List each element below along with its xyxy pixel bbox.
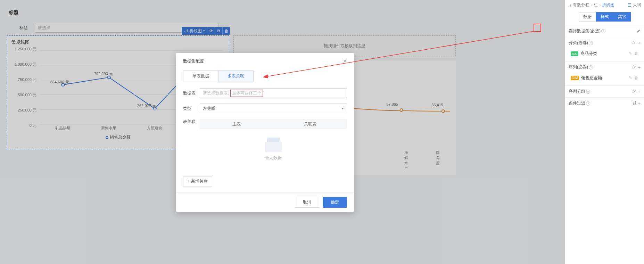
help-icon[interactable]: ?: [601, 29, 605, 33]
placeholder-limit: 最多可选择三个: [230, 90, 263, 97]
type-select[interactable]: 左关联: [200, 104, 347, 113]
breadcrumb-item[interactable]: 有数分栏: [573, 2, 589, 8]
help-icon[interactable]: ?: [586, 90, 590, 94]
col-main-table: 主表: [200, 119, 273, 129]
breadcrumb: 𝒩 有数分栏› 栏› 折线图 ☰ 大纲: [565, 0, 644, 10]
tab-style[interactable]: 样式: [596, 12, 613, 22]
add-icon[interactable]: +: [638, 89, 641, 94]
type-tag-abc: abc: [571, 51, 578, 56]
add-relation-button[interactable]: + 新增关联: [183, 176, 212, 187]
section-title-filter: 条件过滤: [569, 101, 585, 106]
edit-icon[interactable]: ✎: [629, 51, 632, 56]
tab-multi-table[interactable]: 多表关联: [218, 71, 253, 82]
section-title-category: 分类(必选): [569, 40, 588, 45]
edit-icon[interactable]: ✎: [629, 75, 632, 80]
tab-other[interactable]: 其它: [613, 12, 631, 22]
section-title-series: 序列(必选): [569, 65, 588, 69]
placeholder-text: 请选择数据表,: [203, 90, 229, 96]
chevron-down-icon: [341, 108, 344, 109]
delete-icon[interactable]: 🗑: [634, 75, 638, 80]
label-type: 类型: [183, 106, 200, 112]
section-title-group: 序列分组: [569, 89, 585, 94]
empty-box-icon: [264, 138, 283, 152]
col-rel-table: 关联表: [273, 119, 347, 129]
help-icon[interactable]: ?: [586, 101, 590, 106]
breadcrumb-current: 折线图: [602, 2, 614, 8]
filter-icon[interactable]: [632, 101, 636, 105]
edit-icon[interactable]: [636, 29, 641, 33]
cancel-button[interactable]: 取消: [295, 197, 319, 208]
empty-state: 暂无数据: [200, 129, 347, 164]
datatable-input[interactable]: 请选择数据表, 最多可选择三个: [200, 88, 347, 98]
dataset-config-modal: 数据集配置 ✕ 单表数据 多表关联 数据表 请选择数据表, 最多可选择三个 类型…: [176, 53, 354, 212]
add-icon[interactable]: +: [638, 40, 641, 46]
category-pill[interactable]: abc 商品分类 ✎🗑: [569, 49, 641, 58]
pill-label: 销售总金额: [581, 75, 627, 81]
pill-label: 商品分类: [580, 51, 627, 57]
right-panel: 𝒩 有数分栏› 栏› 折线图 ☰ 大纲 数据 样式 其它 选择数据集(必选)? …: [565, 0, 644, 264]
label-relation: 表关联: [183, 119, 200, 125]
tab-data[interactable]: 数据: [579, 12, 596, 22]
outline-icon[interactable]: ☰: [628, 3, 631, 8]
add-icon[interactable]: +: [638, 101, 641, 106]
ok-button[interactable]: 确定: [323, 197, 347, 208]
chart-icon: 𝒩: [568, 3, 571, 8]
section-title-dataset: 选择数据集(必选): [569, 28, 601, 33]
delete-icon[interactable]: 🗑: [634, 51, 638, 56]
fx-icon[interactable]: fx: [632, 65, 635, 70]
select-value: 左关联: [203, 106, 215, 112]
modal-title: 数据集配置: [183, 58, 204, 64]
add-icon[interactable]: +: [638, 65, 641, 70]
help-icon[interactable]: ?: [589, 65, 593, 69]
series-pill[interactable]: DIM 销售总金额 ✎🗑: [569, 73, 641, 83]
tab-single-table[interactable]: 单表数据: [183, 71, 218, 82]
empty-text: 暂无数据: [200, 155, 347, 161]
help-icon[interactable]: ?: [589, 41, 593, 45]
close-icon[interactable]: ✕: [343, 58, 347, 64]
fx-icon[interactable]: fx: [632, 40, 635, 46]
fx-icon[interactable]: fx: [632, 89, 635, 94]
breadcrumb-item[interactable]: 栏: [594, 2, 598, 8]
label-datatable: 数据表: [183, 90, 200, 96]
type-tag-dim: DIM: [571, 76, 579, 80]
outline-button[interactable]: 大纲: [633, 2, 641, 8]
